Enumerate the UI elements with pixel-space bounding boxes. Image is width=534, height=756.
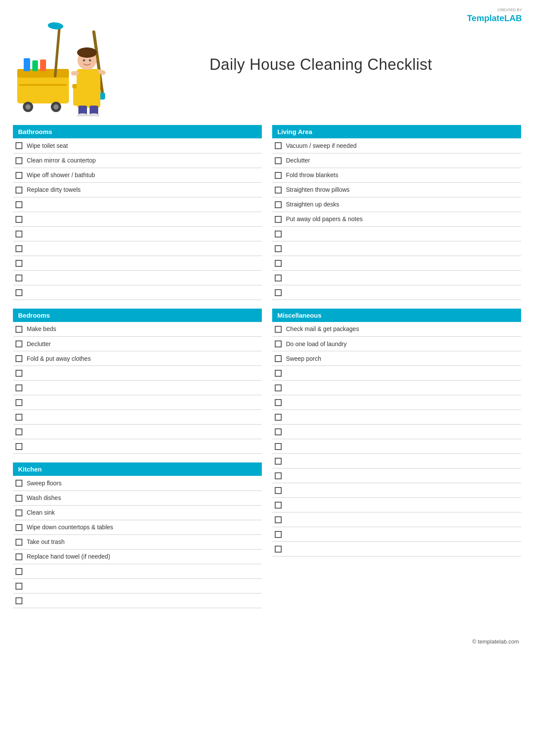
checkbox[interactable] (275, 172, 282, 179)
checkbox[interactable] (16, 275, 22, 281)
checklist-item-text (284, 483, 521, 498)
cleaning-illustration (13, 13, 125, 116)
checkbox[interactable] (275, 142, 282, 149)
checklist-item-text (284, 425, 521, 439)
checkbox[interactable] (275, 516, 282, 523)
checkbox[interactable] (275, 245, 282, 252)
checkbox[interactable] (275, 487, 282, 494)
checkbox[interactable] (16, 428, 22, 435)
checkbox[interactable] (275, 370, 282, 377)
checkbox[interactable] (16, 539, 22, 546)
table-row (13, 564, 262, 578)
table-row (272, 469, 521, 483)
checkbox[interactable] (275, 201, 282, 208)
checkbox[interactable] (16, 597, 22, 604)
checkbox[interactable] (275, 443, 282, 450)
checkbox[interactable] (275, 546, 282, 553)
checklist-item-text (25, 241, 262, 256)
checkbox[interactable] (275, 414, 282, 421)
checkbox[interactable] (275, 216, 282, 223)
checkbox[interactable] (16, 509, 22, 516)
checkbox-cell (272, 138, 284, 153)
checkbox[interactable] (275, 275, 282, 281)
checkbox[interactable] (275, 458, 282, 465)
checkbox[interactable] (16, 231, 22, 237)
table-row (272, 395, 521, 410)
miscellaneous-table: Check mail & get packagesDo one load of … (272, 322, 521, 557)
checkbox-cell (13, 337, 25, 351)
table-row (13, 425, 262, 439)
checkbox-cell (13, 593, 25, 608)
checkbox-cell (272, 212, 284, 226)
table-row (272, 410, 521, 425)
checkbox-cell (13, 520, 25, 534)
checkbox[interactable] (275, 187, 282, 194)
checkbox[interactable] (16, 399, 22, 406)
checkbox-cell (272, 285, 284, 300)
checkbox[interactable] (16, 142, 22, 149)
checkbox[interactable] (275, 341, 282, 347)
checkbox[interactable] (16, 172, 22, 179)
checklist-item-text (25, 285, 262, 300)
checkbox[interactable] (275, 384, 282, 391)
checkbox[interactable] (16, 414, 22, 421)
checkbox[interactable] (16, 480, 22, 487)
right-column: Living Area Vacuum / sweep if neededDecl… (272, 125, 521, 617)
svg-rect-3 (24, 58, 30, 71)
checklist-item-text: Make beds (25, 322, 262, 337)
checkbox[interactable] (275, 428, 282, 435)
checklist-item-text: Do one load of laundry (284, 337, 521, 351)
checkbox[interactable] (16, 443, 22, 450)
checkbox[interactable] (16, 568, 22, 575)
table-row (13, 241, 262, 256)
checkbox[interactable] (16, 289, 22, 296)
table-row (13, 410, 262, 425)
checklist-item-text: Sweep porch (284, 351, 521, 366)
table-row (13, 366, 262, 381)
checkbox[interactable] (16, 157, 22, 164)
checkbox[interactable] (16, 553, 22, 560)
checkbox[interactable] (16, 524, 22, 531)
checkbox[interactable] (275, 399, 282, 406)
table-row (272, 270, 521, 285)
table-row: Take out trash (13, 534, 262, 549)
table-row (272, 366, 521, 381)
checkbox[interactable] (275, 531, 282, 538)
checklist-item-text (284, 241, 521, 256)
checkbox[interactable] (16, 260, 22, 267)
checklist-item-text (284, 454, 521, 469)
checkbox-cell (13, 270, 25, 285)
checkbox[interactable] (16, 341, 22, 347)
checkbox[interactable] (16, 326, 22, 333)
checklist-item-text: Wipe off shower / bathtub (25, 168, 262, 182)
checkbox[interactable] (16, 216, 22, 223)
brand-template: Template (467, 13, 504, 23)
checkbox[interactable] (16, 384, 22, 391)
header-area: Daily House Cleaning Checklist (0, 0, 534, 125)
checkbox-cell (13, 226, 25, 241)
checkbox-cell (272, 226, 284, 241)
checkbox[interactable] (16, 245, 22, 252)
table-row: Put away old papers & notes (272, 212, 521, 226)
checklist-item-text: Replace hand towel (if needed) (25, 549, 262, 564)
checkbox-cell (13, 168, 25, 182)
checkbox[interactable] (275, 355, 282, 362)
checkbox[interactable] (16, 187, 22, 194)
checkbox[interactable] (275, 326, 282, 333)
checkbox[interactable] (275, 231, 282, 237)
checkbox[interactable] (16, 583, 22, 590)
checkbox[interactable] (16, 495, 22, 502)
checkbox[interactable] (16, 355, 22, 362)
table-row (13, 226, 262, 241)
checkbox-cell (272, 395, 284, 410)
table-row: Sweep porch (272, 351, 521, 366)
checkbox[interactable] (275, 289, 282, 296)
living-area-header: Living Area (272, 125, 521, 138)
checkbox[interactable] (275, 502, 282, 509)
checkbox[interactable] (275, 260, 282, 267)
checkbox[interactable] (275, 472, 282, 479)
checkbox[interactable] (16, 201, 22, 208)
checklist-item-text (284, 410, 521, 425)
checkbox[interactable] (275, 157, 282, 164)
checkbox[interactable] (16, 370, 22, 377)
